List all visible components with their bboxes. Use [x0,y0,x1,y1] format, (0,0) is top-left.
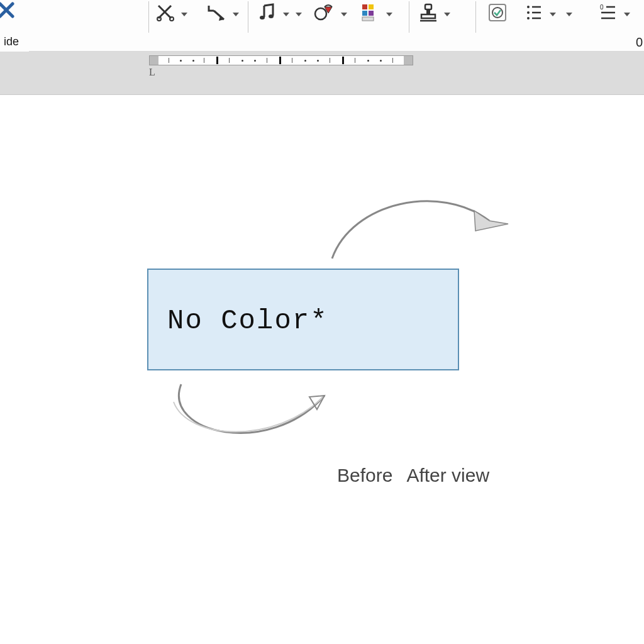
caption-text[interactable]: BeforeAfter view [337,465,489,486]
svg-marker-33 [474,211,508,231]
cut-icon [156,3,175,22]
svg-point-27 [527,17,530,19]
svg-rect-21 [489,4,506,21]
close-icon[interactable] [0,0,25,23]
dropdown-chevron-icon[interactable] [282,10,291,19]
connector-button[interactable] [206,0,228,25]
svg-rect-16 [362,17,374,21]
curved-arrow-top[interactable] [327,189,516,271]
ruler-indent-marker[interactable]: L [149,67,158,82]
cut-button[interactable] [156,0,175,25]
svg-rect-19 [421,14,435,18]
connector-icon [206,3,228,22]
toolbar-separator [409,1,409,33]
svg-marker-34 [309,396,325,409]
ruler-band: L [0,52,644,94]
insert-audio-button[interactable] [258,0,277,25]
no-color-textbox[interactable]: No Color* [147,269,459,370]
svg-text:0: 0 [600,4,604,11]
dropdown-chevron-icon[interactable] [180,10,189,19]
svg-rect-13 [369,4,374,9]
svg-point-5 [170,17,174,21]
toolbar-separator [148,1,149,33]
dropdown-chevron-icon[interactable] [565,10,574,19]
slide-panel-label: ide [0,35,29,48]
dropdown-chevron-icon[interactable] [443,10,452,19]
caption-after: After view [406,465,489,486]
svg-rect-12 [362,4,367,9]
slide-canvas[interactable]: No Color* BeforeAfter view [0,94,644,644]
numbered-list-button[interactable] [525,0,543,25]
dropdown-chevron-icon[interactable] [340,10,348,19]
horizontal-ruler[interactable] [149,55,413,65]
toolbar-separator [248,1,248,33]
numlist-icon [525,3,543,22]
caption-before: Before [337,465,392,486]
textbox-text: No Color* [167,301,328,338]
svg-point-10 [269,14,274,18]
shape-set-button[interactable] [313,0,335,25]
svg-rect-15 [369,11,374,16]
stamp-button[interactable] [419,0,438,25]
colorgrid-icon [361,3,380,22]
checklist-icon [488,3,507,22]
bullist-icon: 0 [599,3,618,22]
svg-point-23 [527,6,530,8]
slide-panel-fragment: ide [0,0,29,52]
svg-point-25 [527,11,530,14]
right-readout: 0 [636,35,643,50]
shapeset-icon [313,3,335,22]
dropdown-chevron-icon[interactable] [548,10,557,19]
svg-rect-14 [362,11,367,16]
ribbon-toolbar: ide [0,0,644,52]
svg-point-22 [492,8,502,18]
svg-point-4 [157,17,161,21]
ruler-endcap-right[interactable] [404,56,413,65]
svg-point-11 [315,8,326,19]
toolbar-separator [475,1,476,33]
task-list-button[interactable] [488,0,507,25]
dropdown-chevron-icon[interactable] [623,10,631,19]
music-icon [258,3,277,22]
bulleted-list-button[interactable]: 0 [599,0,618,25]
color-grid-button[interactable] [361,0,380,25]
svg-rect-17 [425,4,431,9]
svg-point-9 [260,16,265,19]
ruler-endcap-left[interactable] [150,56,158,65]
curved-arrow-bottom[interactable] [169,377,345,458]
dropdown-chevron-icon[interactable] [294,10,303,19]
dropdown-chevron-icon[interactable] [385,10,394,19]
dropdown-chevron-icon[interactable] [231,10,240,19]
stamp-icon [419,3,438,22]
